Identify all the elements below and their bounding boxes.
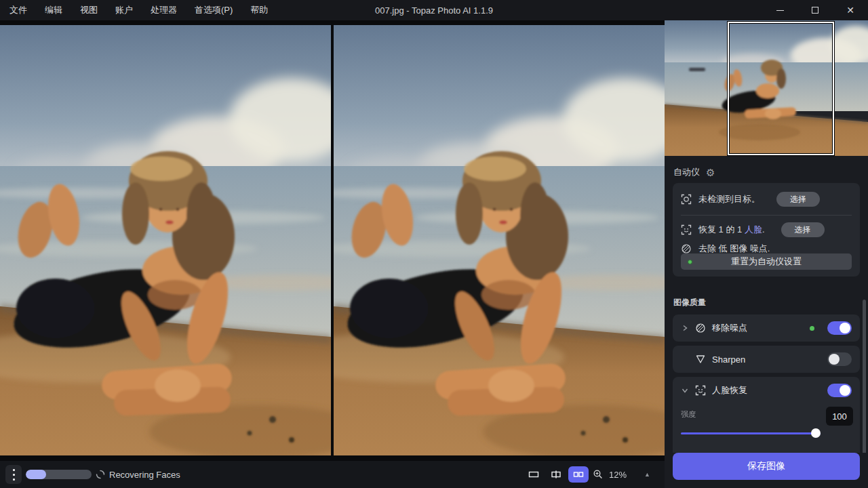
- zoom-level[interactable]: 12%: [609, 470, 627, 480]
- subject-detect-icon: [681, 194, 692, 205]
- subject-detect-row: 未检测到目标。 选择: [681, 192, 852, 207]
- kebab-dot: [13, 479, 15, 481]
- close-button[interactable]: ✕: [833, 0, 868, 20]
- face-recovery-label: 人脸恢复: [712, 384, 821, 396]
- image-quality-section-label: 图像质量: [673, 297, 706, 308]
- before-photo: [0, 25, 331, 455]
- menu-edit[interactable]: 编辑: [45, 4, 62, 16]
- strength-slider[interactable]: [681, 428, 821, 438]
- before-image-pane[interactable]: [0, 25, 331, 455]
- thumbnail-navigator[interactable]: [665, 20, 868, 156]
- face-recovery-header[interactable]: 人脸恢复: [673, 377, 860, 404]
- slider-track: [681, 432, 821, 434]
- minimize-button[interactable]: [762, 0, 797, 20]
- face-detect-text: 恢复 1 的 1 人脸.: [698, 224, 765, 236]
- side-by-side-view-icon: [573, 469, 584, 480]
- strength-value-box[interactable]: 100: [826, 407, 853, 426]
- thumbnail-viewport-rect[interactable]: [728, 22, 834, 155]
- face-recovery-toggle[interactable]: [827, 384, 852, 397]
- menu-help[interactable]: 帮助: [250, 4, 268, 16]
- gear-icon[interactable]: ⚙: [706, 167, 715, 178]
- chevron-right-icon[interactable]: [681, 324, 689, 332]
- slider-thumb[interactable]: [811, 428, 821, 438]
- menu-account[interactable]: 账户: [115, 4, 133, 16]
- menu-processor[interactable]: 处理器: [151, 4, 177, 16]
- title-bar: 文件 编辑 视图 账户 处理器 首选项(P) 帮助 007.jpg - Topa…: [0, 0, 868, 20]
- autopilot-header: 自动仪 ⚙: [673, 166, 715, 178]
- menu-view[interactable]: 视图: [80, 4, 98, 16]
- save-image-button[interactable]: 保存图像: [673, 453, 860, 480]
- face-recovery-card: 人脸恢复 强度 100 1人脸选择 选择: [673, 377, 860, 453]
- toggle-knob: [840, 385, 850, 396]
- zoom-dropdown-arrow[interactable]: ▲: [644, 471, 650, 478]
- menu-bar: 文件 编辑 视图 账户 处理器 首选项(P) 帮助: [0, 4, 268, 16]
- sharpen-toggle[interactable]: [827, 352, 852, 366]
- progress-fill: [26, 470, 46, 479]
- side-by-side-view-button[interactable]: [568, 466, 589, 483]
- photo-canvas: [0, 20, 665, 461]
- right-panel: 自动仪 ⚙ 未检测到目标。 选择 恢复 1 的 1 人脸.: [665, 20, 868, 488]
- after-image-pane[interactable]: [334, 25, 665, 455]
- sharpen-icon: [695, 354, 706, 365]
- maximize-icon: [812, 7, 818, 14]
- panel-scrollbar[interactable]: [863, 300, 866, 453]
- view-mode-group: [524, 466, 589, 483]
- kebab-dot: [13, 469, 15, 471]
- toggle-knob: [829, 354, 840, 365]
- face-detect-row: 恢复 1 的 1 人脸. 选择: [681, 222, 852, 237]
- reset-status-dot: [688, 260, 692, 264]
- face-recovery-icon: [695, 385, 706, 396]
- sharpen-card[interactable]: Sharpen: [673, 346, 860, 373]
- window-title: 007.jpg - Topaz Photo AI 1.1.9: [375, 5, 493, 16]
- card-divider: [681, 215, 852, 216]
- kebab-dot: [13, 474, 15, 476]
- close-icon: ✕: [846, 5, 854, 15]
- face-detect-icon: [681, 224, 692, 235]
- denoise-status-dot: [810, 326, 814, 331]
- subject-detect-text: 未检测到目标。: [698, 193, 760, 205]
- split-view-button[interactable]: [546, 466, 566, 483]
- kebab-menu-button[interactable]: [5, 465, 22, 484]
- face-select-button[interactable]: 选择: [781, 222, 825, 237]
- minimize-icon: [776, 10, 784, 11]
- face-link[interactable]: 人脸: [745, 224, 762, 235]
- status-text: Recovering Faces: [109, 470, 180, 480]
- denoise-card[interactable]: 移除噪点: [673, 314, 860, 342]
- strength-label: 强度: [681, 409, 696, 420]
- noise-icon: [681, 243, 692, 254]
- toggle-knob: [840, 323, 850, 333]
- progress-bar: [26, 470, 92, 479]
- menu-file[interactable]: 文件: [9, 4, 27, 16]
- subject-select-button[interactable]: 选择: [776, 192, 820, 207]
- single-view-button[interactable]: [524, 466, 544, 483]
- status-bar: Recovering Faces 12% ▲: [0, 461, 665, 488]
- maximize-button[interactable]: [797, 0, 833, 20]
- single-view-icon: [528, 469, 539, 480]
- after-photo: [334, 25, 665, 455]
- reset-autopilot-button[interactable]: 重置为自动仪设置: [681, 253, 852, 270]
- autopilot-card: 未检测到目标。 选择 恢复 1 的 1 人脸. 选择: [673, 183, 860, 277]
- zoom-control: 12% ▲: [593, 466, 650, 483]
- settings-panel: 自动仪 ⚙ 未检测到目标。 选择 恢复 1 的 1 人脸.: [665, 156, 868, 453]
- window-controls: ✕: [762, 0, 868, 20]
- zoom-in-icon[interactable]: [593, 469, 604, 480]
- denoise-label: 移除噪点: [712, 322, 804, 334]
- sharpen-label: Sharpen: [712, 354, 821, 365]
- split-view-icon: [551, 469, 561, 480]
- spinner-icon: [96, 470, 105, 479]
- denoise-icon: [695, 323, 706, 333]
- chevron-down-icon[interactable]: [681, 386, 689, 394]
- denoise-toggle[interactable]: [827, 321, 852, 335]
- menu-preferences[interactable]: 首选项(P): [195, 4, 233, 16]
- autopilot-title: 自动仪: [673, 166, 700, 178]
